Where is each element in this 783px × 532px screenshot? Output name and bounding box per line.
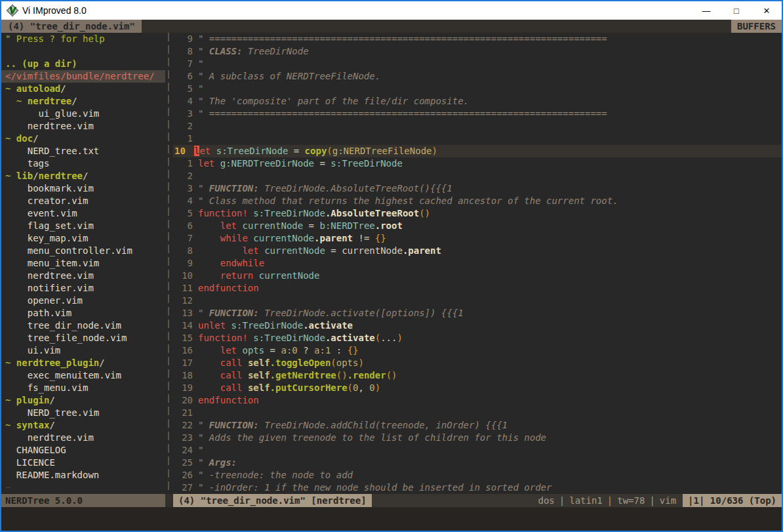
code-line[interactable]: 3" =====================================… [173, 108, 782, 120]
code-line[interactable]: 5function! s:TreeDirNode.AbsoluteTreeRoo… [173, 207, 782, 220]
code-line[interactable]: 24" [173, 444, 782, 457]
code-line[interactable]: 21 [173, 407, 782, 419]
window-number: |1| [688, 495, 704, 506]
code-line[interactable]: 9" =====================================… [173, 33, 782, 45]
code-line[interactable]: 17 call self.toggleOpen(opts) [173, 357, 782, 369]
line-number: 2 [173, 120, 198, 133]
blank-line[interactable] [1, 45, 165, 58]
code-line[interactable]: 5" [173, 83, 782, 95]
statusline-separator: | [645, 495, 659, 506]
close-button[interactable]: ✕ [752, 1, 782, 20]
nontext-tilde[interactable]: ~ [1, 481, 165, 494]
code-line[interactable]: 18 call self.getNerdtree().render() [173, 369, 782, 382]
file-nerdtree-vim[interactable]: nerdtree.vim [1, 120, 165, 133]
line-number: 19 [173, 382, 198, 394]
file-licence[interactable]: LICENCE [1, 457, 165, 469]
line-number: 5 [173, 207, 198, 220]
line-number: 4 [173, 95, 198, 108]
file-tree-dir-node-vim[interactable]: tree_dir_node.vim [1, 319, 165, 332]
code-line[interactable]: 10 return currentNode [173, 270, 782, 282]
code-line[interactable]: 25" Args: [173, 457, 782, 469]
file-ui-vim[interactable]: ui.vim [1, 344, 165, 357]
code-line[interactable]: 7 while currentNode.parent != {} [173, 232, 782, 245]
nerdtree-panel: " Press ? for help.. (up a dir)</vimfile… [1, 33, 165, 494]
file-path-vim[interactable]: path.vim [1, 307, 165, 319]
file-menu-item-vim[interactable]: menu_item.vim [1, 257, 165, 270]
statusline-separator: | [603, 495, 617, 506]
file-readme-markdown[interactable]: README.markdown [1, 469, 165, 481]
window-split-separator[interactable] [165, 33, 173, 494]
code-line[interactable]: 2 [173, 120, 782, 133]
code-line[interactable]: 2 [173, 170, 782, 182]
file-ui-glue-vim[interactable]: ui_glue.vim [1, 108, 165, 120]
encoding-value: latin1 [569, 495, 603, 506]
line-number: 24 [173, 444, 198, 457]
file-nerdtree-vim-lib[interactable]: nerdtree.vim [1, 270, 165, 282]
code-line[interactable]: 14unlet s:TreeDirNode.activate [173, 319, 782, 332]
code-line[interactable]: 8 let currentNode = currentNode.parent [173, 245, 782, 257]
file-bookmark-vim[interactable]: bookmark.vim [1, 182, 165, 195]
minimize-button[interactable]: — [691, 1, 721, 20]
code-line[interactable]: 6 let currentNode = b:NERDTree.root [173, 220, 782, 232]
code-line[interactable]: 1let g:NERDTreeDirNode = s:TreeDirNode [173, 157, 782, 170]
line-number: 5 [173, 83, 198, 95]
help-hint[interactable]: " Press ? for help [1, 33, 165, 45]
file-notifier-vim[interactable]: notifier.vim [1, 282, 165, 295]
code-line[interactable]: 20endfunction [173, 394, 782, 407]
buffer-statusline: (4) "tree_dir_node.vim" [nerdtree] dos|l… [173, 494, 782, 507]
title-bar: Vi IMproved 8.0 — □ ✕ [1, 1, 782, 20]
code-line[interactable]: 26" -treenode: the node to add [173, 469, 782, 481]
command-line[interactable] [1, 507, 782, 531]
file-nerdtree-vim-syntax[interactable]: nerdtree.vim [1, 432, 165, 444]
line-number: 7 [173, 232, 198, 245]
tree-root[interactable]: </vimfiles/bundle/nerdtree/ [1, 70, 165, 83]
code-line[interactable]: 13" FUNCTION: TreeDirNode.activate([opti… [173, 307, 782, 319]
file-fs-menu-vim[interactable]: fs_menu.vim [1, 382, 165, 394]
maximize-button[interactable]: □ [721, 1, 752, 20]
dir-plugin[interactable]: ~ plugin/ [1, 394, 165, 407]
code-line[interactable]: 27" -inOrder: 1 if the new node should b… [173, 481, 782, 494]
file-menu-controller-vim[interactable]: menu_controller.vim [1, 245, 165, 257]
code-line[interactable]: 11endfunction [173, 282, 782, 295]
dir-autoload-nerdtree[interactable]: ~ nerdtree/ [1, 95, 165, 108]
tab-tree-dir-node[interactable]: (4) "tree_dir_node.vim" [1, 20, 142, 33]
code-line[interactable]: 7" [173, 58, 782, 70]
code-line[interactable]: 19 call self.putCursorHere(0, 0) [173, 382, 782, 394]
line-number: 13 [173, 307, 198, 319]
editor-panel: 9" =====================================… [173, 33, 782, 494]
cursor-line[interactable]: 10let s:TreeDirNode = copy(g:NERDTreeFil… [173, 145, 782, 157]
line-number: 4 [173, 195, 198, 207]
line-number: 12 [173, 295, 198, 307]
file-tags[interactable]: tags [1, 157, 165, 170]
code-line[interactable]: 4" Class method that returns the highest… [173, 195, 782, 207]
code-line[interactable]: 4" The 'composite' part of the file/dir … [173, 95, 782, 108]
code-line[interactable]: 1 [173, 133, 782, 145]
dir-autoload[interactable]: ~ autoload/ [1, 83, 165, 95]
dir-nerdtree-plugin[interactable]: ~ nerdtree_plugin/ [1, 357, 165, 369]
code-line[interactable]: 15function! s:TreeDirNode.activate(...) [173, 332, 782, 344]
code-line[interactable]: 23" Adds the given treenode to the list … [173, 432, 782, 444]
code-line[interactable]: 6" A subclass of NERDTreeFileNode. [173, 70, 782, 83]
code-line[interactable]: 16 let opts = a:0 ? a:1 : {} [173, 344, 782, 357]
code-line[interactable]: 3" FUNCTION: TreeDirNode.AbsoluteTreeRoo… [173, 182, 782, 195]
file-tree-file-node-vim[interactable]: tree_file_node.vim [1, 332, 165, 344]
code-line[interactable]: 12 [173, 295, 782, 307]
file-opener-vim[interactable]: opener.vim [1, 295, 165, 307]
code-line[interactable]: 9 endwhile [173, 257, 782, 270]
code-line[interactable]: 8" CLASS: TreeDirNode [173, 45, 782, 58]
file-creator-vim[interactable]: creator.vim [1, 195, 165, 207]
line-number: 16 [173, 344, 198, 357]
file-nerd-tree-txt[interactable]: NERD_tree.txt [1, 145, 165, 157]
line-number: 9 [173, 33, 198, 45]
code-line[interactable]: 22" FUNCTION: TreeDirNode.addChild(treen… [173, 419, 782, 432]
file-key-map-vim[interactable]: key_map.vim [1, 232, 165, 245]
file-exec-menuitem-vim[interactable]: exec_menuitem.vim [1, 369, 165, 382]
file-changelog[interactable]: CHANGELOG [1, 444, 165, 457]
file-nerd-tree-vim[interactable]: NERD_tree.vim [1, 407, 165, 419]
up-dir-item[interactable]: .. (up a dir) [1, 58, 165, 70]
dir-syntax[interactable]: ~ syntax/ [1, 419, 165, 432]
file-event-vim[interactable]: event.vim [1, 207, 165, 220]
file-flag-set-vim[interactable]: flag_set.vim [1, 220, 165, 232]
dir-lib-nerdtree[interactable]: ~ lib/nerdtree/ [1, 170, 165, 182]
dir-doc[interactable]: ~ doc/ [1, 133, 165, 145]
